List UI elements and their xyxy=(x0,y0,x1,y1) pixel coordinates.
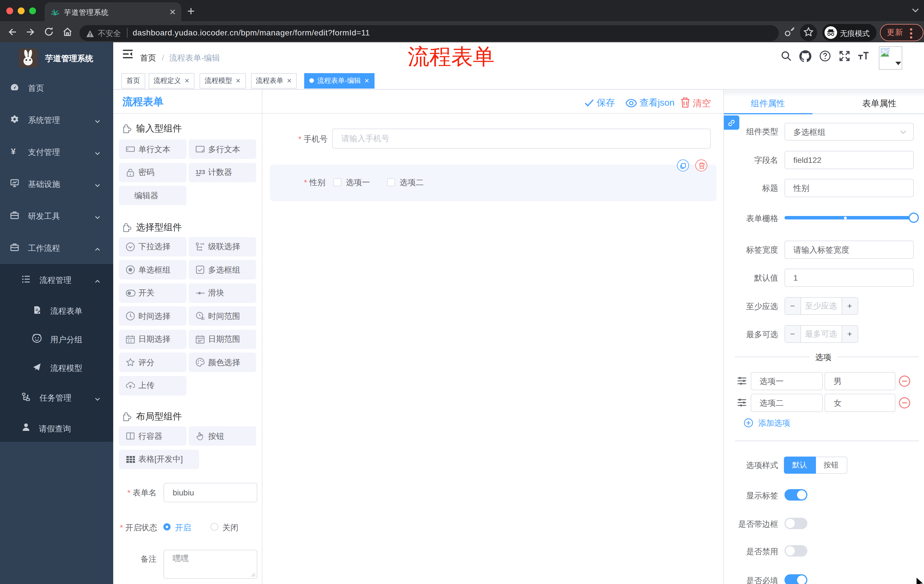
svg-text:123: 123 xyxy=(196,169,205,175)
